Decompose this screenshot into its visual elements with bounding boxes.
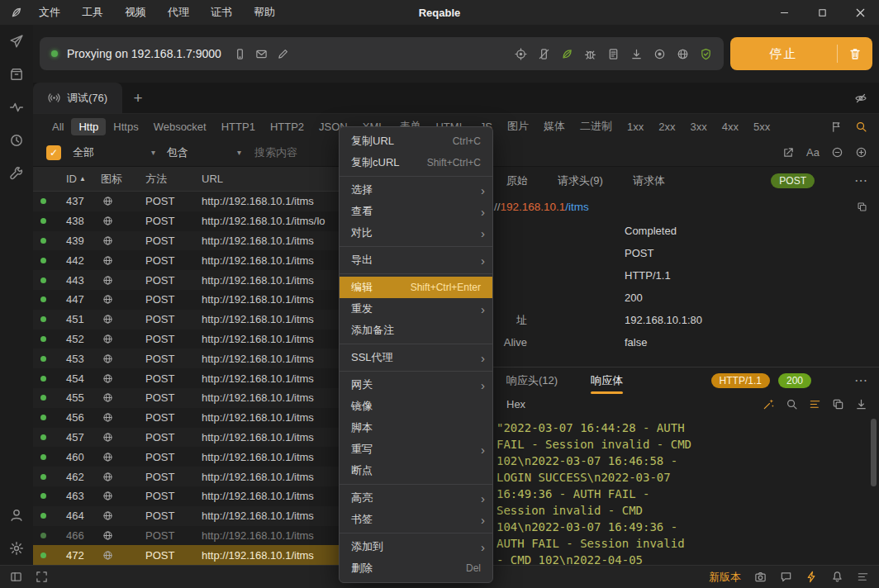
- stop-button[interactable]: 停止: [730, 37, 872, 70]
- filter-chip-17[interactable]: 3xx: [683, 118, 715, 135]
- filter-chip-12[interactable]: 图片: [500, 116, 536, 136]
- context-menu-item[interactable]: 书签›: [340, 509, 492, 530]
- filter-chip-3[interactable]: Https: [106, 118, 145, 135]
- table-row[interactable]: 442POSThttp://192.168.10.1/itms: [33, 250, 340, 270]
- certificate-icon[interactable]: [607, 48, 620, 60]
- wrap-lines-icon[interactable]: [809, 398, 821, 410]
- filter-chip-15[interactable]: 1xx: [620, 118, 651, 135]
- fullscreen-icon[interactable]: [36, 571, 48, 583]
- notifications-icon[interactable]: [831, 571, 843, 583]
- leaf-icon[interactable]: [561, 48, 573, 60]
- search-input[interactable]: [253, 145, 771, 159]
- tab-request-headers[interactable]: 请求头(9): [558, 173, 603, 188]
- sidebar-item-monitor[interactable]: [0, 91, 33, 124]
- context-menu-item[interactable]: 高亮›: [340, 487, 492, 509]
- table-row[interactable]: 457POSThttp://192.168.10.1/itms: [33, 428, 340, 448]
- menu-item-6[interactable]: 帮助: [243, 5, 286, 20]
- tab-response-body[interactable]: 响应体: [591, 368, 623, 394]
- scope-select[interactable]: 全部 ▾: [73, 145, 155, 160]
- tab-debug[interactable]: 调试(76): [33, 83, 122, 113]
- save-body-icon[interactable]: [855, 398, 867, 410]
- context-menu-item[interactable]: 镜像: [340, 396, 492, 417]
- search-icon[interactable]: [855, 121, 867, 133]
- more-menu-icon[interactable]: ⋯: [844, 174, 879, 187]
- table-row[interactable]: 463POSThttp://192.168.10.1/itms: [33, 486, 340, 506]
- column-method[interactable]: 方法: [139, 172, 195, 187]
- bolt-icon[interactable]: [805, 571, 818, 583]
- column-id[interactable]: ID ▲: [53, 173, 96, 185]
- filter-chip-5[interactable]: HTTP1: [214, 118, 263, 135]
- more-menu-icon[interactable]: ⋯: [844, 374, 879, 387]
- minimize-button[interactable]: [765, 0, 803, 25]
- context-menu-item[interactable]: SSL代理›: [340, 347, 492, 368]
- filter-chip-19[interactable]: 5xx: [746, 118, 777, 135]
- feedback-icon[interactable]: [780, 571, 792, 583]
- context-menu-item[interactable]: 添加到›: [340, 536, 492, 557]
- table-row[interactable]: 452POSThttp://192.168.10.1/itms: [33, 330, 340, 349]
- filter-chip-6[interactable]: HTTP2: [263, 118, 311, 135]
- edit-pencil-icon[interactable]: [277, 48, 289, 60]
- sidebar-item-settings[interactable]: [0, 532, 33, 565]
- flag-icon[interactable]: [830, 121, 843, 133]
- new-version-link[interactable]: 新版本: [709, 570, 741, 585]
- record-icon[interactable]: [653, 48, 666, 60]
- context-menu-item[interactable]: 对比›: [340, 222, 492, 244]
- external-link-icon[interactable]: [782, 146, 795, 159]
- table-row[interactable]: 464POSThttp://192.168.10.1/itms: [33, 506, 340, 526]
- sidebar-item-collections[interactable]: [0, 58, 33, 91]
- context-menu-item[interactable]: 查看›: [340, 201, 492, 222]
- column-icon[interactable]: 图标: [96, 172, 139, 187]
- layout-toggle-icon[interactable]: [10, 571, 22, 583]
- context-menu-item[interactable]: 重写›: [340, 439, 492, 460]
- expand-icon[interactable]: [855, 146, 867, 159]
- context-menu-item[interactable]: 添加备注: [340, 320, 492, 341]
- table-row[interactable]: 453POSThttp://192.168.10.1/itms: [33, 349, 340, 368]
- column-url[interactable]: URL: [195, 173, 340, 185]
- filter-chip-14[interactable]: 二进制: [573, 116, 620, 136]
- collapse-icon[interactable]: [831, 146, 843, 159]
- mail-icon[interactable]: [255, 48, 268, 60]
- hex-view-toggle[interactable]: Hex: [506, 398, 525, 410]
- context-menu-item[interactable]: 删除Del: [340, 557, 492, 579]
- context-menu-item[interactable]: 编辑Shift+Ctrl+Enter: [340, 277, 492, 298]
- context-menu-item[interactable]: 复制URLCtrl+C: [340, 130, 492, 152]
- table-row[interactable]: 455POSThttp://192.168.10.1/itms: [33, 388, 340, 408]
- filter-chip-16[interactable]: 2xx: [651, 118, 682, 135]
- device-off-icon[interactable]: [538, 48, 550, 60]
- sidebar-item-toolbox[interactable]: [0, 157, 33, 190]
- format-wand-icon[interactable]: [763, 398, 775, 410]
- copy-url-icon[interactable]: [857, 202, 867, 212]
- eye-off-icon[interactable]: [854, 92, 867, 105]
- menu-item-5[interactable]: 证书: [200, 5, 243, 20]
- context-menu-item[interactable]: 选择›: [340, 179, 492, 201]
- table-row[interactable]: 472POSThttp://192.168.10.1/itms: [33, 545, 340, 565]
- table-row[interactable]: 451POSThttp://192.168.10.1/itms: [33, 310, 340, 330]
- filter-chip-18[interactable]: 4xx: [715, 118, 746, 135]
- menu-item-3[interactable]: 视频: [114, 5, 157, 20]
- download-icon[interactable]: [630, 48, 643, 60]
- device-icon[interactable]: [234, 48, 246, 60]
- target-icon[interactable]: [515, 48, 527, 60]
- context-menu-item[interactable]: 复制cURLShift+Ctrl+C: [340, 152, 492, 173]
- context-menu-item[interactable]: 网关›: [340, 374, 492, 396]
- sidebar-item-account[interactable]: [0, 499, 33, 532]
- screenshot-icon[interactable]: [754, 571, 767, 583]
- context-menu-item[interactable]: 导出›: [340, 249, 492, 271]
- table-row[interactable]: 443POSThttp://192.168.10.1/itms: [33, 270, 340, 290]
- bug-icon[interactable]: [584, 48, 596, 60]
- condition-select[interactable]: 包含 ▾: [167, 145, 241, 160]
- table-row[interactable]: 460POSThttp://192.168.10.1/itms: [33, 447, 340, 467]
- globe-network-icon[interactable]: [677, 48, 689, 60]
- table-row[interactable]: 437POSThttp://192.168.10.1/itms: [33, 192, 340, 211]
- tab-raw[interactable]: 原始: [506, 173, 528, 188]
- filter-chip-2[interactable]: Http: [71, 118, 106, 135]
- filter-chip-13[interactable]: 媒体: [536, 116, 573, 136]
- sidebar-item-debugging[interactable]: [0, 25, 33, 58]
- context-menu-item[interactable]: 重发›: [340, 298, 492, 320]
- close-button[interactable]: [841, 0, 879, 25]
- match-case-toggle[interactable]: Aa: [806, 146, 820, 159]
- table-row[interactable]: 447POSThttp://192.168.10.1/itms: [33, 290, 340, 310]
- filter-chip-4[interactable]: Websocket: [146, 118, 214, 135]
- copy-body-icon[interactable]: [832, 398, 844, 410]
- filter-chip-1[interactable]: All: [45, 118, 71, 135]
